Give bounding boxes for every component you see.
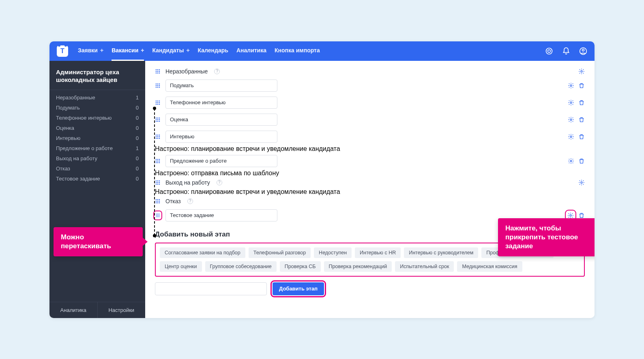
sidebar-item-8[interactable]: Тестовое задание0 <box>49 174 145 184</box>
stage-name-input[interactable] <box>165 209 277 221</box>
sidebar-item-4[interactable]: Интервью0 <box>49 133 145 143</box>
svg-point-45 <box>157 134 159 135</box>
gear-icon[interactable] <box>568 116 574 123</box>
sidebar-item-6[interactable]: Выход на работу0 <box>49 153 145 163</box>
bell-icon[interactable] <box>562 47 570 55</box>
stage-name-input[interactable] <box>165 155 277 167</box>
help-icon[interactable]: ? <box>217 180 222 185</box>
svg-point-22 <box>159 86 160 88</box>
stage-chip-4[interactable]: Интервью с руководителем <box>404 247 478 258</box>
svg-point-60 <box>156 162 157 163</box>
sidebar-item-2[interactable]: Телефонное интервью0 <box>49 113 145 123</box>
gear-icon[interactable] <box>568 99 574 106</box>
profile-icon[interactable] <box>579 47 587 55</box>
sidebar-item-count: 0 <box>136 155 139 161</box>
svg-point-83 <box>156 213 157 214</box>
stage-chip-8[interactable]: Проверка СБ <box>280 261 321 272</box>
drag-handle-icon[interactable] <box>155 100 161 105</box>
svg-point-90 <box>157 216 158 217</box>
stage-chip-9[interactable]: Проверка рекомендаций <box>324 261 392 272</box>
stage-chip-3[interactable]: Интервью с HR <box>355 247 401 258</box>
stage-chip-2[interactable]: Недоступен <box>314 247 352 258</box>
gear-icon[interactable] <box>578 68 585 75</box>
gear-icon[interactable] <box>568 82 574 89</box>
drag-handle-icon[interactable] <box>155 134 161 139</box>
stage-chip-10[interactable]: Испытательный срок <box>395 261 454 272</box>
svg-point-38 <box>157 119 159 120</box>
nav-item-4[interactable]: Аналитика <box>236 41 266 61</box>
svg-point-14 <box>156 83 157 84</box>
drag-handle-icon[interactable] <box>155 83 161 88</box>
trash-icon[interactable] <box>578 82 585 89</box>
sidebar-item-count: 0 <box>136 125 139 131</box>
svg-point-9 <box>159 71 160 72</box>
app-logo[interactable]: T <box>57 45 68 57</box>
stage-name-input[interactable] <box>165 97 277 109</box>
svg-point-69 <box>159 182 160 183</box>
trash-icon[interactable] <box>578 99 585 106</box>
trash-icon[interactable] <box>578 116 585 123</box>
svg-point-75 <box>157 199 159 200</box>
gear-icon[interactable] <box>568 158 574 164</box>
trash-icon[interactable] <box>578 212 585 219</box>
svg-point-18 <box>157 85 159 86</box>
sidebar-item-3[interactable]: Оценка0 <box>49 123 145 133</box>
help-icon[interactable] <box>545 47 553 55</box>
plus-icon[interactable]: + <box>141 47 144 54</box>
svg-point-67 <box>156 182 157 183</box>
sidebar-item-7[interactable]: Отказ0 <box>49 163 145 174</box>
nav-item-2[interactable]: Кандидаты+ <box>152 41 189 61</box>
svg-point-48 <box>157 136 159 137</box>
svg-point-88 <box>159 215 159 215</box>
stage-chip-0[interactable]: Согласование заявки на подбор <box>160 247 245 258</box>
stage-chip-6[interactable]: Центр оценки <box>160 261 202 272</box>
svg-point-56 <box>159 159 160 160</box>
sidebar-item-1[interactable]: Подумать0 <box>49 103 145 113</box>
drag-handle-icon[interactable] <box>155 159 161 163</box>
new-stage-input[interactable] <box>155 282 267 295</box>
nav-item-0[interactable]: Заявки+ <box>78 41 103 61</box>
svg-point-34 <box>156 117 157 118</box>
drag-handle-icon[interactable] <box>155 199 161 204</box>
help-icon[interactable]: ? <box>187 198 193 204</box>
stage-name-input[interactable] <box>165 114 277 126</box>
help-icon[interactable]: ? <box>214 69 220 74</box>
gear-icon[interactable] <box>568 133 574 140</box>
stage-row-0: Неразобранные? <box>155 66 585 77</box>
stage-row-2 <box>155 94 585 111</box>
add-stage-button[interactable]: Добавить этап <box>273 282 324 295</box>
stage-chip-1[interactable]: Телефонный разговор <box>249 247 311 258</box>
svg-point-32 <box>159 103 160 105</box>
nav-item-1[interactable]: Вакансии+ <box>112 41 144 61</box>
svg-point-16 <box>159 83 160 84</box>
drag-handle-icon[interactable] <box>155 180 161 185</box>
svg-point-68 <box>157 182 159 183</box>
svg-point-29 <box>159 102 160 103</box>
stage-chip-11[interactable]: Медицинская комиссия <box>457 261 522 272</box>
svg-point-10 <box>156 72 157 73</box>
sidebar-footer-settings[interactable]: Настройки <box>97 302 146 318</box>
plus-icon[interactable]: + <box>100 47 103 54</box>
sidebar: Администратор цеха шоколадных зайцев Нер… <box>49 61 145 318</box>
svg-point-57 <box>156 160 157 161</box>
drag-handle-icon[interactable] <box>155 212 161 219</box>
gear-icon[interactable] <box>567 212 574 219</box>
nav-item-3[interactable]: Календарь <box>198 41 228 61</box>
stage-actions <box>568 82 585 89</box>
stage-chip-7[interactable]: Групповое собеседование <box>205 261 277 272</box>
trash-icon[interactable] <box>578 133 585 140</box>
nav-item-5[interactable]: Кнопка импорта <box>275 41 320 61</box>
gear-icon[interactable] <box>578 179 585 186</box>
svg-point-17 <box>156 85 157 86</box>
svg-point-73 <box>581 182 582 183</box>
drag-handle-icon[interactable] <box>155 117 161 122</box>
sidebar-item-5[interactable]: Предложение о работе1 <box>49 143 145 153</box>
sidebar-item-0[interactable]: Неразобранные1 <box>49 92 145 103</box>
stage-name-input[interactable] <box>165 131 277 143</box>
stage-row-3 <box>155 111 585 128</box>
stage-name-input[interactable] <box>165 80 277 92</box>
drag-handle-icon[interactable] <box>155 69 161 74</box>
plus-icon[interactable]: + <box>186 47 189 54</box>
sidebar-footer-analytics[interactable]: Аналитика <box>49 302 97 318</box>
trash-icon[interactable] <box>578 158 585 164</box>
